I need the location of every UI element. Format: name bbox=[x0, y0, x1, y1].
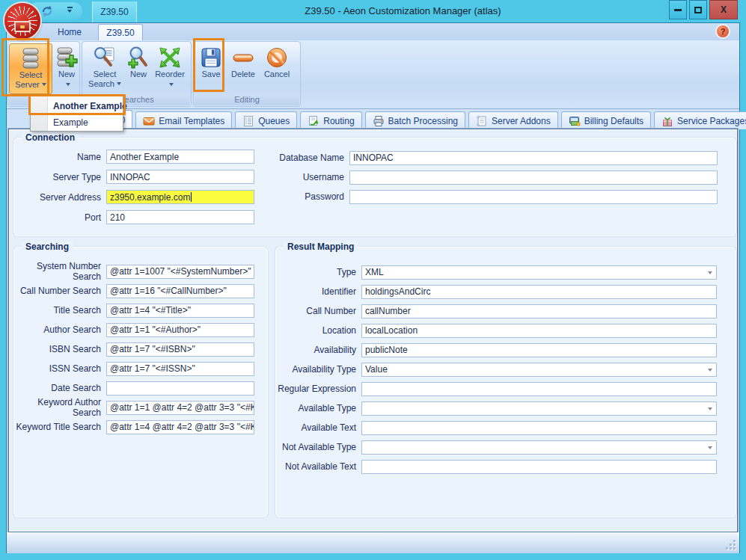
minimize-button[interactable] bbox=[669, 0, 687, 19]
doc-tab-label: Service Packages bbox=[677, 116, 746, 126]
cancel-button[interactable]: Cancel bbox=[260, 43, 294, 94]
availability-type-value: Value bbox=[365, 364, 388, 375]
app-logo-icon[interactable] bbox=[4, 3, 40, 39]
doc-tab-service-packages[interactable]: Service Packages bbox=[654, 111, 746, 129]
keyword-author-search-label: Keyword Author Search bbox=[15, 397, 106, 418]
issn-search-label: ISSN Search bbox=[15, 363, 106, 374]
identifier-input[interactable]: holdingsAndCirc bbox=[361, 285, 717, 299]
keyword-title-search-input[interactable]: @attr 1=4 @attr 4=2 @attr 3=3 "<#Ke bbox=[106, 420, 254, 434]
form-row-author-search: Author Search@attr 1=1 "<#Author>" bbox=[15, 320, 254, 339]
title-search-input[interactable]: @attr 1=4 "<#Title>" bbox=[106, 304, 254, 318]
isbn-search-input[interactable]: @attr 1=7 "<#ISBN>" bbox=[106, 342, 254, 357]
select-search-button[interactable]: Select Search bbox=[85, 43, 125, 94]
button-caret-row bbox=[64, 80, 70, 90]
system-number-search-input[interactable]: @attr 1=1007 "<#SystemNumber>" bbox=[106, 265, 254, 279]
not-available-text-input[interactable] bbox=[361, 460, 717, 474]
form-row-server-type: Server TypeINNOPAC bbox=[15, 167, 254, 187]
form-row-identifier: IdentifierholdingsAndCirc bbox=[277, 282, 717, 301]
server-address-input[interactable]: z3950.example.com bbox=[106, 190, 254, 204]
close-button[interactable]: X bbox=[709, 0, 738, 19]
delete-button[interactable]: Delete bbox=[227, 43, 259, 94]
port-label: Port bbox=[15, 212, 106, 223]
identifier-label: Identifier bbox=[277, 286, 361, 297]
form-row-keyword-author-search: Keyword Author Search@attr 1=1 @attr 4=2… bbox=[15, 398, 254, 417]
port-input[interactable]: 210 bbox=[106, 210, 254, 224]
call-number-input[interactable]: callNumber bbox=[361, 304, 717, 319]
group-label-editing: Editing bbox=[195, 94, 299, 105]
ribbon-tab-z3950[interactable]: Z39.50 bbox=[98, 24, 143, 40]
title-search-value: @attr 1=4 "<#Title>" bbox=[110, 305, 191, 316]
button-label2: Search bbox=[88, 79, 121, 89]
database-name-input[interactable]: INNOPAC bbox=[349, 151, 718, 165]
reorder-button[interactable]: Reorder bbox=[151, 43, 189, 94]
username-input[interactable] bbox=[349, 170, 718, 185]
location-value: localLocation bbox=[365, 325, 418, 336]
form-row-available-type: Available Type bbox=[277, 399, 717, 418]
issn-search-input[interactable]: @attr 1=7 "<#ISSN>" bbox=[106, 362, 254, 376]
doc-tab-email-templates[interactable]: Email Templates bbox=[135, 111, 232, 129]
form-row-regular-expression: Regular Expression bbox=[277, 379, 717, 399]
doc-tab-server-addons[interactable]: Server Addons bbox=[468, 111, 558, 129]
availability-type-combobox[interactable]: Value bbox=[361, 363, 717, 377]
type-combobox[interactable]: XML bbox=[361, 265, 717, 280]
availability-value: publicNote bbox=[365, 345, 408, 355]
dropdown-caret-icon bbox=[117, 82, 121, 85]
available-type-combobox[interactable] bbox=[361, 401, 717, 416]
routing-icon bbox=[308, 115, 320, 127]
service-packages-icon bbox=[661, 115, 673, 127]
doc-tab-queues[interactable]: Queues bbox=[235, 111, 297, 129]
dropdown-arrow-icon[interactable] bbox=[708, 407, 712, 410]
server-type-value: INNOPAC bbox=[110, 172, 150, 182]
menu-item-example[interactable]: Example bbox=[31, 114, 123, 131]
dropdown-arrow-icon[interactable] bbox=[708, 369, 712, 372]
availability-input[interactable]: publicNote bbox=[361, 343, 717, 357]
availability-type-label: Availability Type bbox=[277, 364, 361, 375]
form-row-location: LocationlocalLocation bbox=[277, 321, 717, 340]
date-search-input[interactable] bbox=[106, 381, 254, 396]
doc-tab-batch-processing[interactable]: Batch Processing bbox=[365, 111, 465, 129]
server-type-input[interactable]: INNOPAC bbox=[106, 170, 254, 184]
form-row-not-available-text: Not Available Text bbox=[277, 457, 717, 476]
doc-tab-routing[interactable]: Routing bbox=[300, 111, 361, 129]
new-search-button[interactable]: New bbox=[126, 43, 150, 94]
password-input[interactable] bbox=[349, 190, 718, 204]
new-server-button[interactable]: New bbox=[54, 43, 79, 94]
form-row-title-search: Title Search@attr 1=4 "<#Title>" bbox=[15, 301, 254, 320]
sync-icon[interactable] bbox=[40, 4, 54, 18]
form-row-keyword-title-search: Keyword Title Search@attr 1=4 @attr 4=2 … bbox=[15, 417, 254, 437]
cancel-icon bbox=[265, 46, 289, 70]
regular-expression-input[interactable] bbox=[361, 382, 717, 396]
minimize-icon bbox=[674, 9, 682, 11]
doc-tab-billing-defaults[interactable]: Billing Defaults bbox=[561, 111, 651, 129]
location-input[interactable]: localLocation bbox=[361, 324, 717, 338]
resize-grip[interactable] bbox=[726, 540, 736, 550]
call-number-value: callNumber bbox=[365, 306, 411, 316]
title-search-label: Title Search bbox=[15, 305, 106, 316]
annotation-select-server bbox=[1, 38, 49, 96]
keyword-author-search-input[interactable]: @attr 1=1 @attr 4=2 @attr 3=3 "<#Ke bbox=[106, 401, 254, 415]
maximize-button[interactable] bbox=[689, 0, 707, 19]
button-label: Delete bbox=[231, 70, 255, 79]
button-label: New bbox=[130, 70, 147, 79]
dropdown-arrow-icon[interactable] bbox=[708, 446, 712, 449]
result-mapping-fields: TypeXMLIdentifierholdingsAndCircCall Num… bbox=[277, 262, 717, 476]
searching-fields: System Number Search@attr 1=1007 "<#Syst… bbox=[15, 262, 254, 437]
doc-tab-label: Routing bbox=[323, 116, 354, 126]
form-row-call-number: Call NumbercallNumber bbox=[277, 301, 717, 321]
billing-defaults-icon bbox=[569, 115, 581, 127]
available-text-input[interactable] bbox=[361, 421, 717, 435]
author-search-input[interactable]: @attr 1=1 "<#Author>" bbox=[106, 323, 254, 337]
help-button[interactable]: ? bbox=[717, 25, 729, 37]
available-type-label: Available Type bbox=[277, 403, 361, 413]
available-text-label: Available Text bbox=[277, 422, 361, 433]
keyword-author-search-value: @attr 1=1 @attr 4=2 @attr 3=3 "<#Ke bbox=[110, 402, 254, 413]
call-number-search-input[interactable]: @attr 1=16 "<#CallNumber>" bbox=[106, 284, 254, 298]
reorder-arrows-icon bbox=[158, 46, 182, 70]
dropdown-arrow-icon[interactable] bbox=[708, 271, 712, 274]
ribbon-tab-row: Home Z39.50 bbox=[7, 23, 739, 40]
qat-dropdown-icon[interactable] bbox=[67, 7, 73, 13]
not-available-type-combobox[interactable] bbox=[361, 440, 717, 455]
ribbon-tab-home[interactable]: Home bbox=[44, 24, 95, 40]
name-input[interactable]: Another Example bbox=[106, 150, 254, 164]
availability-label: Availability bbox=[277, 345, 361, 355]
